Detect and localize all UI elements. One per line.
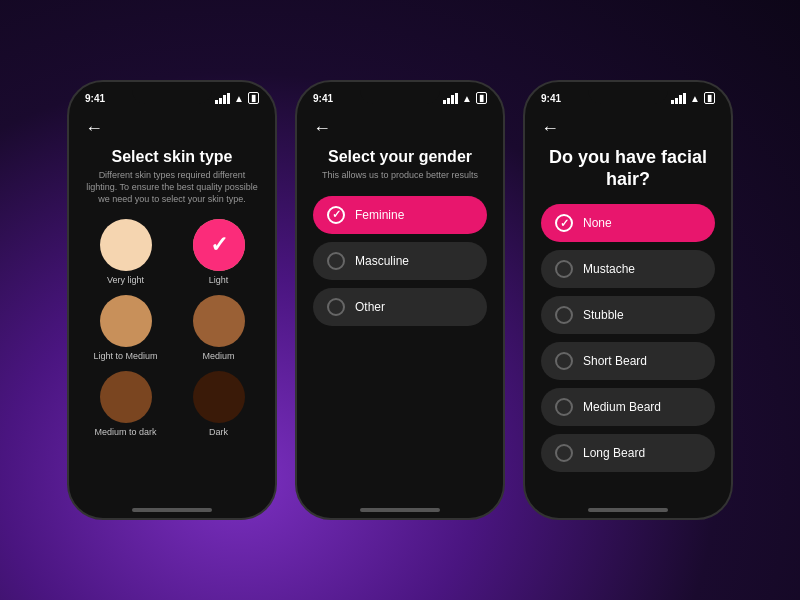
skin-label-very-light: Very light — [107, 275, 144, 285]
home-indicator-2 — [360, 508, 440, 512]
screen-subtitle-skin: Different skin types required different … — [85, 170, 259, 205]
skin-option-very-light[interactable]: Very light — [89, 219, 162, 285]
signal-icon — [215, 93, 230, 104]
wifi-icon: ▲ — [234, 93, 244, 104]
label-short-beard: Short Beard — [583, 354, 647, 368]
label-none: None — [583, 216, 612, 230]
back-button-2[interactable]: ← — [313, 118, 487, 139]
facial-option-medium-beard[interactable]: Medium Beard — [541, 388, 715, 426]
label-masculine: Masculine — [355, 254, 409, 268]
signal-icon-2 — [443, 93, 458, 104]
phone-content-facial: ← Do you have facial hair? ✓ None Mustac… — [525, 110, 731, 500]
facial-option-short-beard[interactable]: Short Beard — [541, 342, 715, 380]
skin-circle-medium — [193, 295, 245, 347]
radio-feminine: ✓ — [327, 206, 345, 224]
phone-content-skin: ← Select skin type Different skin types … — [69, 110, 275, 500]
home-indicator — [132, 508, 212, 512]
radio-stubble — [555, 306, 573, 324]
radio-none: ✓ — [555, 214, 573, 232]
skin-circle-very-light — [100, 219, 152, 271]
gender-options-list: ✓ Feminine ✓ Masculine ✓ Other — [313, 196, 487, 326]
facial-option-long-beard[interactable]: Long Beard — [541, 434, 715, 472]
back-button[interactable]: ← — [85, 118, 259, 139]
check-feminine: ✓ — [332, 208, 341, 221]
skin-circle-light — [193, 219, 245, 271]
wifi-icon-3: ▲ — [690, 93, 700, 104]
screen-title-facial: Do you have facial hair? — [541, 147, 715, 190]
back-button-3[interactable]: ← — [541, 118, 715, 139]
skin-circle-medium-to-dark — [100, 371, 152, 423]
wifi-icon-2: ▲ — [462, 93, 472, 104]
gender-option-feminine[interactable]: ✓ Feminine — [313, 196, 487, 234]
radio-mustache — [555, 260, 573, 278]
skin-option-medium-to-dark[interactable]: Medium to dark — [89, 371, 162, 437]
facial-hair-options-list: ✓ None Mustache Stubble Short Beard Medi… — [541, 204, 715, 472]
phone-notch-3 — [588, 82, 668, 104]
skin-circle-dark — [193, 371, 245, 423]
label-stubble: Stubble — [583, 308, 624, 322]
status-icons: ▲ ▮ — [215, 92, 259, 104]
skin-label-dark: Dark — [209, 427, 228, 437]
label-mustache: Mustache — [583, 262, 635, 276]
facial-option-mustache[interactable]: Mustache — [541, 250, 715, 288]
gender-option-other[interactable]: ✓ Other — [313, 288, 487, 326]
status-time-2: 9:41 — [313, 93, 333, 104]
phone-skin-type: 9:41 ▲ ▮ ← Select skin type Different sk… — [67, 80, 277, 520]
status-icons-2: ▲ ▮ — [443, 92, 487, 104]
radio-long-beard — [555, 444, 573, 462]
skin-options-grid: Very light Light Light to Medium Medium … — [85, 219, 259, 437]
status-icons-3: ▲ ▮ — [671, 92, 715, 104]
facial-option-stubble[interactable]: Stubble — [541, 296, 715, 334]
battery-icon-2: ▮ — [476, 92, 487, 104]
label-medium-beard: Medium Beard — [583, 400, 661, 414]
skin-circle-light-to-medium — [100, 295, 152, 347]
skin-label-light-to-medium: Light to Medium — [93, 351, 157, 361]
skin-label-medium-to-dark: Medium to dark — [94, 427, 156, 437]
battery-icon-3: ▮ — [704, 92, 715, 104]
phone-content-gender: ← Select your gender This allows us to p… — [297, 110, 503, 500]
skin-label-medium: Medium — [202, 351, 234, 361]
phone-notch — [132, 82, 212, 104]
screen-subtitle-gender: This allows us to produce better results — [313, 170, 487, 182]
battery-icon: ▮ — [248, 92, 259, 104]
phone-facial-hair: 9:41 ▲ ▮ ← Do you have facial hair? ✓ No… — [523, 80, 733, 520]
screen-title-gender: Select your gender — [313, 147, 487, 166]
skin-option-light[interactable]: Light — [182, 219, 255, 285]
signal-icon-3 — [671, 93, 686, 104]
radio-masculine: ✓ — [327, 252, 345, 270]
radio-short-beard — [555, 352, 573, 370]
phone-gender: 9:41 ▲ ▮ ← Select your gender This allow… — [295, 80, 505, 520]
skin-label-light: Light — [209, 275, 229, 285]
check-none: ✓ — [560, 217, 569, 230]
label-feminine: Feminine — [355, 208, 404, 222]
skin-option-dark[interactable]: Dark — [182, 371, 255, 437]
skin-option-light-to-medium[interactable]: Light to Medium — [89, 295, 162, 361]
facial-option-none[interactable]: ✓ None — [541, 204, 715, 242]
radio-other: ✓ — [327, 298, 345, 316]
label-long-beard: Long Beard — [583, 446, 645, 460]
home-indicator-3 — [588, 508, 668, 512]
radio-medium-beard — [555, 398, 573, 416]
gender-option-masculine[interactable]: ✓ Masculine — [313, 242, 487, 280]
screen-title-skin: Select skin type — [85, 147, 259, 166]
skin-option-medium[interactable]: Medium — [182, 295, 255, 361]
status-time: 9:41 — [85, 93, 105, 104]
status-time-3: 9:41 — [541, 93, 561, 104]
phone-notch-2 — [360, 82, 440, 104]
label-other: Other — [355, 300, 385, 314]
